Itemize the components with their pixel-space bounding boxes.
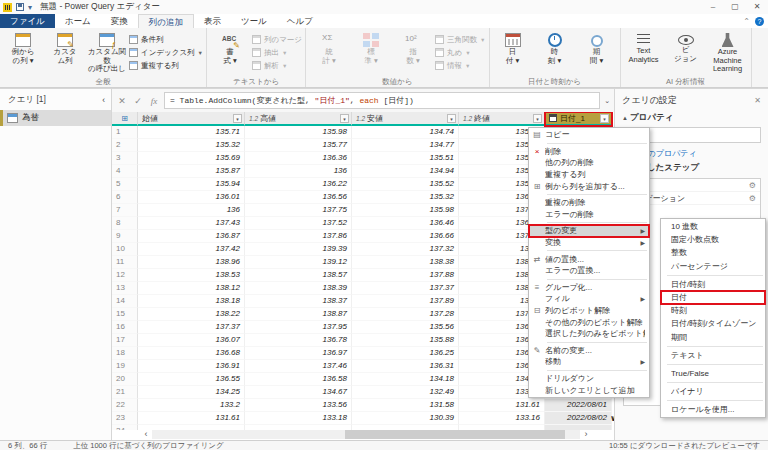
cell[interactable]: 137.89 bbox=[352, 295, 459, 308]
maximize-button[interactable]: ▢ bbox=[724, 0, 746, 14]
cell[interactable]: 133.2 bbox=[138, 399, 245, 412]
type-option-percentage[interactable]: パーセンテージ bbox=[661, 260, 765, 273]
cell[interactable]: 137.75 bbox=[245, 204, 352, 217]
cell[interactable]: 138.37 bbox=[245, 295, 352, 308]
cell[interactable]: 136.58 bbox=[245, 373, 352, 386]
column-header-close[interactable]: 1.2終値▾ bbox=[459, 112, 545, 126]
column-header-open[interactable]: 始値▾ bbox=[138, 112, 245, 126]
formula-cancel-icon[interactable]: ✕ bbox=[116, 96, 128, 106]
cell[interactable]: 137.42 bbox=[138, 243, 245, 256]
menu-item-add-as-new-query[interactable]: 新しいクエリとして追加 bbox=[529, 384, 649, 396]
cell[interactable]: 136.55 bbox=[138, 373, 245, 386]
cell[interactable]: 134.18 bbox=[352, 373, 459, 386]
text-analytics-button[interactable]: Text Analytics bbox=[624, 30, 664, 76]
close-button[interactable]: ✕ bbox=[746, 0, 768, 14]
duration-button[interactable]: 期 間 ▾ bbox=[577, 30, 617, 76]
menu-item-rename[interactable]: ✎名前の変更... bbox=[529, 345, 649, 357]
cell[interactable]: 132.49 bbox=[352, 386, 459, 399]
gear-icon[interactable]: ⚙ bbox=[749, 181, 756, 190]
cell[interactable]: 130.39 bbox=[352, 412, 459, 425]
query-item-kawase[interactable]: 為替 bbox=[0, 110, 111, 126]
tab-tools[interactable]: ツール bbox=[231, 14, 277, 28]
cell[interactable]: 136.56 bbox=[245, 191, 352, 204]
cell[interactable]: 134.25 bbox=[138, 386, 245, 399]
type-option-binary[interactable]: バイナリ bbox=[661, 385, 765, 398]
menu-item-unpivot-columns[interactable]: ⊟列のピボット解除 bbox=[529, 305, 649, 317]
cell[interactable]: 136.91 bbox=[138, 360, 245, 373]
cell[interactable]: 139.12 bbox=[245, 256, 352, 269]
cell[interactable]: 136 bbox=[245, 165, 352, 178]
cell[interactable]: 138.96 bbox=[138, 256, 245, 269]
cell[interactable]: 136.31 bbox=[352, 360, 459, 373]
cell[interactable]: 136.66 bbox=[352, 230, 459, 243]
cell[interactable]: 136.25 bbox=[352, 347, 459, 360]
collapse-ribbon-icon[interactable]: ⌃ bbox=[743, 17, 750, 26]
cell[interactable]: 138.57 bbox=[245, 269, 352, 282]
profiling-status[interactable]: 上位 1000 行に基づく列のプロファイリング bbox=[73, 441, 223, 450]
cell[interactable]: 135.87 bbox=[138, 165, 245, 178]
type-option-using-locale[interactable]: ロケールを使用... bbox=[661, 403, 765, 416]
scrollbar-thumb[interactable] bbox=[345, 430, 565, 439]
cell[interactable]: 135.32 bbox=[138, 139, 245, 152]
tab-home[interactable]: ホーム bbox=[55, 14, 101, 28]
tab-transform[interactable]: 変換 bbox=[101, 14, 138, 28]
invoke-custom-function-button[interactable]: ƒカスタム関数 の呼び出し bbox=[87, 30, 127, 76]
cell[interactable]: 137.37 bbox=[352, 282, 459, 295]
menu-item-unpivot-only-selected[interactable]: 選択した列のみをピボット解除 bbox=[529, 328, 649, 340]
menu-item-transform[interactable]: 変換▶ bbox=[529, 237, 649, 249]
date-button[interactable]: 日 付 ▾ bbox=[493, 30, 533, 76]
quick-access-dropdown-icon[interactable]: ▾ bbox=[28, 3, 32, 12]
scroll-right-icon[interactable]: › bbox=[580, 429, 592, 440]
cell[interactable]: 137.86 bbox=[245, 230, 352, 243]
cell[interactable]: 131.58 bbox=[352, 399, 459, 412]
duplicate-column-button[interactable]: 重複する列 bbox=[129, 60, 203, 71]
cell[interactable]: 135.52 bbox=[352, 178, 459, 191]
tab-file[interactable]: ファイル bbox=[0, 14, 55, 28]
cell[interactable]: 137.52 bbox=[245, 217, 352, 230]
cell[interactable]: 135.51 bbox=[352, 152, 459, 165]
cell[interactable]: 133.56 bbox=[245, 399, 352, 412]
cell[interactable]: 135.77 bbox=[245, 139, 352, 152]
cell[interactable]: 138.18 bbox=[138, 295, 245, 308]
format-button[interactable]: ✎書 式 ▾ bbox=[210, 30, 250, 76]
cell[interactable]: 135.98 bbox=[352, 204, 459, 217]
cell[interactable]: 134.74 bbox=[352, 126, 459, 139]
cell[interactable]: 136.36 bbox=[245, 152, 352, 165]
menu-item-replace-errors[interactable]: エラーの置換... bbox=[529, 265, 649, 277]
save-icon[interactable] bbox=[16, 3, 24, 11]
cell[interactable]: 136.78 bbox=[245, 334, 352, 347]
cell[interactable]: 138.53 bbox=[138, 269, 245, 282]
cell[interactable]: 137.88 bbox=[352, 269, 459, 282]
cell[interactable]: 135.56 bbox=[352, 321, 459, 334]
menu-item-remove-errors[interactable]: エラーの削除 bbox=[529, 209, 649, 221]
column-header-low[interactable]: 1.2安値▾ bbox=[352, 112, 459, 126]
cell[interactable]: 138.39 bbox=[245, 282, 352, 295]
index-column-button[interactable]: インデックス列▼ bbox=[129, 47, 203, 58]
filter-dropdown-icon[interactable]: ▾ bbox=[233, 114, 242, 123]
scrollbar-track[interactable] bbox=[152, 430, 580, 439]
type-option-duration[interactable]: 期間 bbox=[661, 331, 765, 344]
cell[interactable]: 137.46 bbox=[245, 360, 352, 373]
type-option-decimal[interactable]: 10 進数 bbox=[661, 220, 765, 233]
filter-dropdown-icon[interactable]: ▾ bbox=[533, 114, 542, 123]
cell[interactable]: 138.22 bbox=[138, 308, 245, 321]
menu-item-drill-down[interactable]: ドリルダウン bbox=[529, 373, 649, 385]
grid-corner-cell[interactable]: ⊞ bbox=[112, 112, 138, 126]
collapse-pane-icon[interactable]: ‹ bbox=[102, 95, 105, 105]
menu-item-replace-values[interactable]: ⇄値の置換... bbox=[529, 253, 649, 265]
minimize-button[interactable]: – bbox=[702, 0, 724, 14]
cell[interactable]: 135.69 bbox=[138, 152, 245, 165]
menu-item-copy[interactable]: ▤コピー bbox=[529, 129, 649, 141]
formula-expand-icon[interactable]: ⌄ bbox=[604, 97, 610, 105]
menu-item-unpivot-other-columns[interactable]: その他の列のピボット解除 bbox=[529, 316, 649, 328]
conditional-column-button[interactable]: 条件列 bbox=[129, 34, 203, 45]
cell[interactable]: 133.16 bbox=[459, 412, 545, 425]
cell[interactable]: 136.97 bbox=[245, 347, 352, 360]
cell[interactable]: 136.46 bbox=[352, 217, 459, 230]
tab-add-column[interactable]: 列の追加 bbox=[138, 14, 194, 28]
type-option-time[interactable]: 時刻 bbox=[661, 304, 765, 317]
cell[interactable]: 134.67 bbox=[245, 386, 352, 399]
cell[interactable]: 136.87 bbox=[138, 230, 245, 243]
cell[interactable]: 135.94 bbox=[138, 178, 245, 191]
formula-input[interactable]: = Table.AddColumn(変更された型, "日付_1", each [… bbox=[164, 92, 600, 109]
